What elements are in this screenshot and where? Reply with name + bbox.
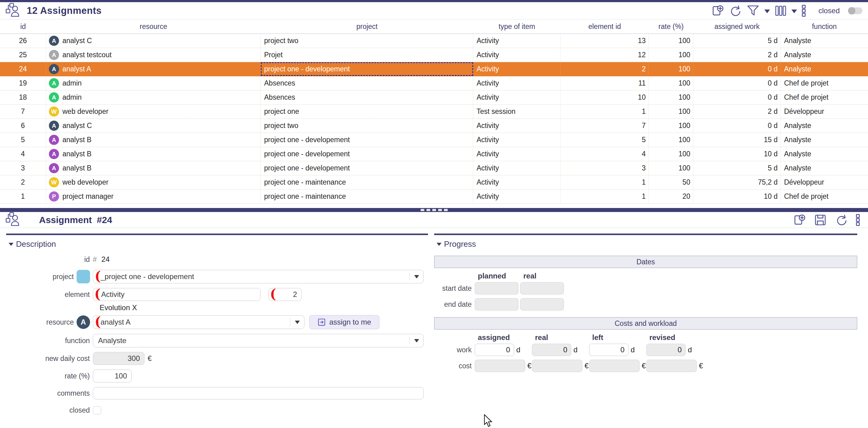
top-accent-bar	[0, 0, 868, 2]
id-row: id # 24	[6, 255, 428, 264]
detail-more-options-button[interactable]	[856, 213, 860, 226]
cell-assigned-work: 10 d	[693, 147, 781, 161]
assigned-column-header: assigned	[478, 333, 535, 342]
work-left-input[interactable]	[589, 344, 628, 356]
detail-add-button[interactable]	[793, 213, 806, 226]
cell-type: Activity	[473, 62, 560, 76]
list-toolbar: 12 Assignments closed	[0, 2, 868, 19]
table-row[interactable]: 4 A analyst B project one - developement…	[0, 147, 868, 161]
app-window: 12 Assignments closed	[0, 0, 868, 428]
page-title: 12 Assignments	[27, 5, 102, 16]
table-row[interactable]: 24 A analyst A project one - developemen…	[0, 62, 868, 76]
description-section-title[interactable]: Description	[9, 239, 428, 249]
cell-element-id: 2	[560, 62, 649, 76]
element-id-input[interactable]	[269, 288, 302, 301]
more-options-button[interactable]	[802, 4, 806, 17]
description-section-bar	[6, 233, 428, 235]
resource-row: resource A ( analyst A assign to me	[6, 315, 428, 329]
cell-id: 2	[0, 175, 46, 189]
column-header-rate[interactable]: rate (%)	[649, 23, 693, 31]
table-row[interactable]: 7 W web developer project one Test sessi…	[0, 105, 868, 119]
cell-id: 19	[0, 76, 46, 90]
table-row[interactable]: 6 A analyst C project two Activity 7 100…	[0, 119, 868, 133]
resource-name: analyst testcout	[62, 51, 112, 59]
column-header-function[interactable]: function	[781, 23, 868, 31]
filter-button[interactable]	[746, 4, 760, 17]
detail-title-text: Assignment	[39, 215, 92, 225]
work-unit: d	[574, 346, 578, 354]
id-hash: #	[93, 255, 97, 264]
end-date-row: end date	[434, 298, 857, 311]
cell-project: project two	[261, 119, 473, 133]
table-row[interactable]: 3 A analyst B project one - developement…	[0, 161, 868, 175]
progress-section-title[interactable]: Progress	[437, 239, 857, 249]
cell-type: Activity	[473, 190, 560, 203]
resource-value: analyst A	[93, 318, 290, 326]
cell-function: Développeur	[781, 105, 868, 118]
refresh-button[interactable]	[729, 4, 742, 17]
description-form: id # 24 project ( _project one - develop…	[6, 255, 428, 415]
resource-avatar: A	[49, 78, 59, 88]
costs-group-header: Costs and workload	[434, 317, 857, 330]
closed-toggle[interactable]	[848, 7, 863, 14]
table-row[interactable]: 25 A analyst testcout Projet Activity 12…	[0, 48, 868, 62]
table-row[interactable]: 5 A analyst B project one - developement…	[0, 133, 868, 147]
work-assigned-input[interactable]	[475, 344, 514, 356]
cell-type: Activity	[473, 119, 560, 133]
column-header-project[interactable]: project	[261, 23, 473, 31]
cell-id: 1	[0, 190, 46, 203]
column-header-assigned-work[interactable]: assigned work	[693, 23, 781, 31]
comments-input[interactable]	[93, 387, 424, 399]
element-type-chip[interactable]: Evolution X	[100, 304, 137, 312]
project-combobox[interactable]: ( _project one - developement	[93, 270, 424, 283]
cell-resource: A analyst B	[46, 133, 261, 147]
rate-input[interactable]	[93, 370, 132, 382]
cell-assigned-work: 5 d	[693, 161, 781, 175]
columns-caret-icon[interactable]	[792, 9, 797, 13]
cell-assigned-work: 0 d	[693, 76, 781, 90]
add-assignment-button[interactable]	[711, 4, 724, 17]
detail-refresh-button[interactable]	[835, 213, 848, 226]
assignment-icon	[5, 212, 20, 228]
save-button[interactable]	[814, 213, 827, 226]
closed-checkbox[interactable]	[93, 406, 101, 415]
function-dropdown-arrow[interactable]	[409, 337, 424, 344]
table-row[interactable]: 19 A admin Absences Activity 11 100 0 d …	[0, 76, 868, 90]
real-column-header: real	[523, 272, 569, 280]
cell-function: Analyste	[781, 133, 868, 147]
columns-button[interactable]	[775, 4, 787, 17]
collapse-caret-icon	[9, 243, 13, 246]
table-row[interactable]: 2 W web developer project one - maintena…	[0, 175, 868, 190]
cell-resource: A analyst testcout	[46, 48, 261, 62]
column-header-resource[interactable]: resource	[46, 23, 261, 31]
work-unit: d	[516, 346, 520, 354]
element-input[interactable]	[93, 288, 260, 301]
function-select[interactable]: Analyste	[93, 334, 424, 347]
cell-function: Chef de projet	[781, 76, 868, 90]
cell-element-id: 11	[560, 76, 649, 90]
cell-type: Activity	[473, 161, 560, 175]
assign-to-me-button[interactable]: assign to me	[309, 315, 379, 329]
dates-column-headers: planned real	[478, 272, 857, 280]
id-value: 24	[101, 255, 110, 264]
table-row[interactable]: 26 A analyst C project two Activity 13 1…	[0, 34, 868, 48]
column-header-type[interactable]: type of item	[473, 23, 560, 31]
cell-project: project one - developement	[261, 161, 473, 175]
column-header-element-id[interactable]: element id	[560, 23, 649, 31]
panel-splitter[interactable]	[0, 208, 868, 212]
element-type-row: Evolution X	[6, 304, 428, 312]
column-header-id[interactable]: id	[0, 23, 46, 31]
table-row[interactable]: 18 A admin Absences Activity 10 100 0 d …	[0, 90, 868, 105]
cell-resource: A analyst B	[46, 147, 261, 161]
resource-combobox[interactable]: ( analyst A	[93, 315, 304, 329]
daily-cost-row: new daily cost €	[6, 352, 428, 365]
filter-caret-icon[interactable]	[764, 9, 770, 13]
project-dropdown-arrow[interactable]	[409, 273, 424, 280]
cell-assigned-work: 75,2 d	[693, 175, 781, 189]
work-unit: d	[631, 346, 634, 354]
table-row[interactable]: 1 P project manager project one - mainte…	[0, 190, 868, 204]
project-color-swatch[interactable]	[76, 270, 90, 283]
cell-rate: 100	[649, 76, 693, 90]
resource-dropdown-arrow[interactable]	[290, 318, 304, 326]
cell-project: Absences	[261, 76, 473, 90]
